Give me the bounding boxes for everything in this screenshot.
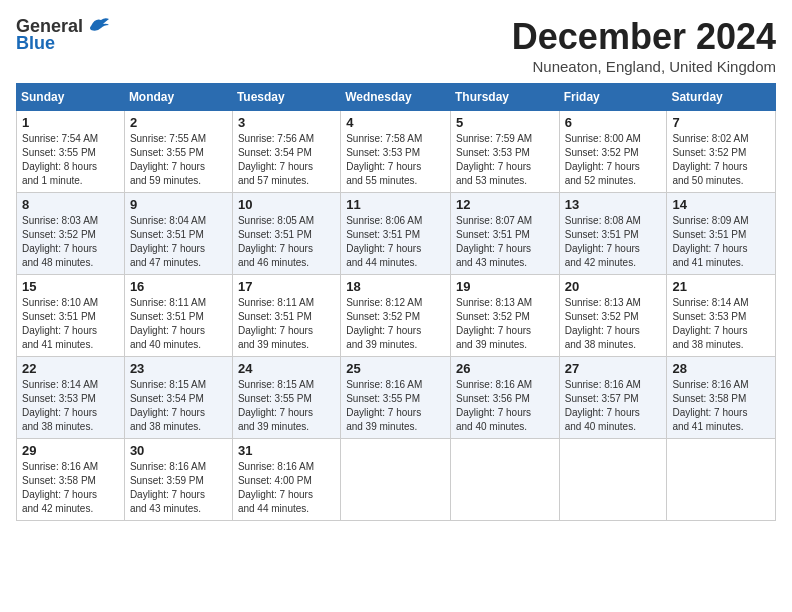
- calendar-cell: 29Sunrise: 8:16 AM Sunset: 3:58 PM Dayli…: [17, 439, 125, 521]
- day-info: Sunrise: 8:04 AM Sunset: 3:51 PM Dayligh…: [130, 214, 227, 270]
- calendar-cell: 22Sunrise: 8:14 AM Sunset: 3:53 PM Dayli…: [17, 357, 125, 439]
- day-number: 6: [565, 115, 662, 130]
- calendar-cell: 2Sunrise: 7:55 AM Sunset: 3:55 PM Daylig…: [124, 111, 232, 193]
- calendar-cell: 3Sunrise: 7:56 AM Sunset: 3:54 PM Daylig…: [232, 111, 340, 193]
- day-number: 4: [346, 115, 445, 130]
- day-number: 24: [238, 361, 335, 376]
- calendar-cell: 9Sunrise: 8:04 AM Sunset: 3:51 PM Daylig…: [124, 193, 232, 275]
- day-info: Sunrise: 8:10 AM Sunset: 3:51 PM Dayligh…: [22, 296, 119, 352]
- day-info: Sunrise: 7:56 AM Sunset: 3:54 PM Dayligh…: [238, 132, 335, 188]
- logo: General Blue: [16, 16, 109, 54]
- calendar-cell: [667, 439, 776, 521]
- calendar-cell: 13Sunrise: 8:08 AM Sunset: 3:51 PM Dayli…: [559, 193, 667, 275]
- day-info: Sunrise: 8:14 AM Sunset: 3:53 PM Dayligh…: [672, 296, 770, 352]
- day-info: Sunrise: 8:16 AM Sunset: 3:58 PM Dayligh…: [672, 378, 770, 434]
- day-info: Sunrise: 7:54 AM Sunset: 3:55 PM Dayligh…: [22, 132, 119, 188]
- day-info: Sunrise: 8:07 AM Sunset: 3:51 PM Dayligh…: [456, 214, 554, 270]
- day-number: 23: [130, 361, 227, 376]
- calendar-cell: 6Sunrise: 8:00 AM Sunset: 3:52 PM Daylig…: [559, 111, 667, 193]
- day-number: 12: [456, 197, 554, 212]
- page-header: General Blue December 2024 Nuneaton, Eng…: [16, 16, 776, 75]
- day-number: 30: [130, 443, 227, 458]
- calendar-cell: [341, 439, 451, 521]
- logo-bird-icon: [87, 16, 109, 34]
- day-number: 11: [346, 197, 445, 212]
- logo-blue: Blue: [16, 33, 55, 54]
- day-info: Sunrise: 8:16 AM Sunset: 3:55 PM Dayligh…: [346, 378, 445, 434]
- calendar-cell: 18Sunrise: 8:12 AM Sunset: 3:52 PM Dayli…: [341, 275, 451, 357]
- day-info: Sunrise: 8:12 AM Sunset: 3:52 PM Dayligh…: [346, 296, 445, 352]
- day-number: 31: [238, 443, 335, 458]
- day-number: 13: [565, 197, 662, 212]
- day-number: 20: [565, 279, 662, 294]
- day-number: 15: [22, 279, 119, 294]
- calendar-cell: 26Sunrise: 8:16 AM Sunset: 3:56 PM Dayli…: [450, 357, 559, 439]
- calendar-cell: 7Sunrise: 8:02 AM Sunset: 3:52 PM Daylig…: [667, 111, 776, 193]
- calendar-cell: 12Sunrise: 8:07 AM Sunset: 3:51 PM Dayli…: [450, 193, 559, 275]
- day-info: Sunrise: 8:15 AM Sunset: 3:55 PM Dayligh…: [238, 378, 335, 434]
- day-number: 8: [22, 197, 119, 212]
- day-info: Sunrise: 8:13 AM Sunset: 3:52 PM Dayligh…: [456, 296, 554, 352]
- day-number: 10: [238, 197, 335, 212]
- calendar-cell: 19Sunrise: 8:13 AM Sunset: 3:52 PM Dayli…: [450, 275, 559, 357]
- calendar-cell: 16Sunrise: 8:11 AM Sunset: 3:51 PM Dayli…: [124, 275, 232, 357]
- day-number: 22: [22, 361, 119, 376]
- calendar-cell: 4Sunrise: 7:58 AM Sunset: 3:53 PM Daylig…: [341, 111, 451, 193]
- day-info: Sunrise: 7:59 AM Sunset: 3:53 PM Dayligh…: [456, 132, 554, 188]
- header-thursday: Thursday: [450, 84, 559, 111]
- day-info: Sunrise: 8:02 AM Sunset: 3:52 PM Dayligh…: [672, 132, 770, 188]
- day-info: Sunrise: 8:06 AM Sunset: 3:51 PM Dayligh…: [346, 214, 445, 270]
- calendar-cell: 11Sunrise: 8:06 AM Sunset: 3:51 PM Dayli…: [341, 193, 451, 275]
- calendar-cell: 10Sunrise: 8:05 AM Sunset: 3:51 PM Dayli…: [232, 193, 340, 275]
- day-info: Sunrise: 8:16 AM Sunset: 3:57 PM Dayligh…: [565, 378, 662, 434]
- calendar-cell: [559, 439, 667, 521]
- day-number: 2: [130, 115, 227, 130]
- header-tuesday: Tuesday: [232, 84, 340, 111]
- calendar-cell: 5Sunrise: 7:59 AM Sunset: 3:53 PM Daylig…: [450, 111, 559, 193]
- day-info: Sunrise: 8:15 AM Sunset: 3:54 PM Dayligh…: [130, 378, 227, 434]
- day-number: 29: [22, 443, 119, 458]
- calendar-cell: 1Sunrise: 7:54 AM Sunset: 3:55 PM Daylig…: [17, 111, 125, 193]
- day-number: 17: [238, 279, 335, 294]
- day-info: Sunrise: 7:55 AM Sunset: 3:55 PM Dayligh…: [130, 132, 227, 188]
- day-number: 14: [672, 197, 770, 212]
- day-info: Sunrise: 8:03 AM Sunset: 3:52 PM Dayligh…: [22, 214, 119, 270]
- calendar-cell: 20Sunrise: 8:13 AM Sunset: 3:52 PM Dayli…: [559, 275, 667, 357]
- day-info: Sunrise: 8:16 AM Sunset: 3:59 PM Dayligh…: [130, 460, 227, 516]
- calendar-table: Sunday Monday Tuesday Wednesday Thursday…: [16, 83, 776, 521]
- day-number: 1: [22, 115, 119, 130]
- month-title: December 2024: [512, 16, 776, 58]
- calendar-cell: 30Sunrise: 8:16 AM Sunset: 3:59 PM Dayli…: [124, 439, 232, 521]
- day-number: 5: [456, 115, 554, 130]
- day-info: Sunrise: 8:16 AM Sunset: 4:00 PM Dayligh…: [238, 460, 335, 516]
- header-friday: Friday: [559, 84, 667, 111]
- day-info: Sunrise: 8:08 AM Sunset: 3:51 PM Dayligh…: [565, 214, 662, 270]
- calendar-cell: 27Sunrise: 8:16 AM Sunset: 3:57 PM Dayli…: [559, 357, 667, 439]
- calendar-cell: 8Sunrise: 8:03 AM Sunset: 3:52 PM Daylig…: [17, 193, 125, 275]
- day-number: 28: [672, 361, 770, 376]
- header-sunday: Sunday: [17, 84, 125, 111]
- location: Nuneaton, England, United Kingdom: [512, 58, 776, 75]
- day-number: 9: [130, 197, 227, 212]
- header-wednesday: Wednesday: [341, 84, 451, 111]
- day-number: 7: [672, 115, 770, 130]
- calendar-cell: 14Sunrise: 8:09 AM Sunset: 3:51 PM Dayli…: [667, 193, 776, 275]
- day-info: Sunrise: 7:58 AM Sunset: 3:53 PM Dayligh…: [346, 132, 445, 188]
- day-number: 16: [130, 279, 227, 294]
- calendar-cell: 24Sunrise: 8:15 AM Sunset: 3:55 PM Dayli…: [232, 357, 340, 439]
- day-info: Sunrise: 8:14 AM Sunset: 3:53 PM Dayligh…: [22, 378, 119, 434]
- day-number: 3: [238, 115, 335, 130]
- day-number: 27: [565, 361, 662, 376]
- day-info: Sunrise: 8:13 AM Sunset: 3:52 PM Dayligh…: [565, 296, 662, 352]
- calendar-cell: 28Sunrise: 8:16 AM Sunset: 3:58 PM Dayli…: [667, 357, 776, 439]
- day-number: 21: [672, 279, 770, 294]
- day-info: Sunrise: 8:11 AM Sunset: 3:51 PM Dayligh…: [130, 296, 227, 352]
- calendar-cell: 25Sunrise: 8:16 AM Sunset: 3:55 PM Dayli…: [341, 357, 451, 439]
- day-number: 26: [456, 361, 554, 376]
- day-number: 19: [456, 279, 554, 294]
- header-monday: Monday: [124, 84, 232, 111]
- title-section: December 2024 Nuneaton, England, United …: [512, 16, 776, 75]
- calendar-cell: 17Sunrise: 8:11 AM Sunset: 3:51 PM Dayli…: [232, 275, 340, 357]
- header-saturday: Saturday: [667, 84, 776, 111]
- day-info: Sunrise: 8:16 AM Sunset: 3:56 PM Dayligh…: [456, 378, 554, 434]
